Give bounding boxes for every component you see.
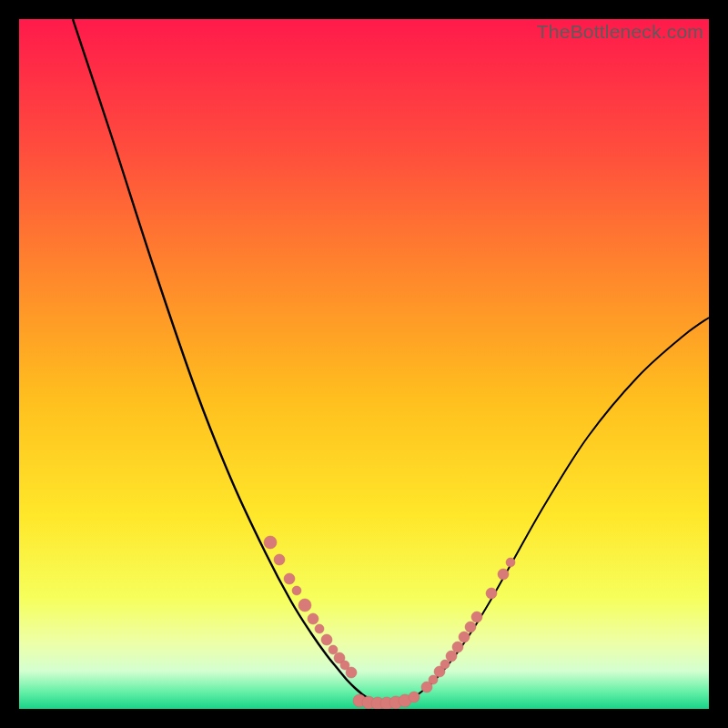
- right-marker: [465, 622, 476, 632]
- curves-layer: [19, 19, 709, 709]
- watermark-text: TheBottleneck.com: [537, 21, 703, 43]
- chart-frame: TheBottleneck.com: [19, 19, 709, 709]
- left-marker: [308, 613, 318, 624]
- right-marker: [506, 558, 515, 567]
- left-marker: [292, 586, 301, 595]
- left-marker: [284, 573, 295, 584]
- right-marker: [498, 569, 509, 580]
- left-marker: [346, 667, 357, 678]
- right-marker: [459, 632, 470, 642]
- left-marker: [298, 599, 311, 612]
- right-marker: [486, 588, 497, 599]
- right-marker: [440, 660, 450, 669]
- left-marker: [315, 624, 324, 633]
- left-marker: [321, 634, 332, 645]
- right-marker: [429, 675, 438, 684]
- left-curve: [73, 19, 383, 704]
- bottom-marker: [409, 692, 420, 703]
- markers-group: [264, 536, 515, 709]
- right-marker: [446, 651, 457, 662]
- left-marker: [329, 645, 338, 654]
- right-curve: [383, 318, 709, 704]
- left-marker: [274, 554, 285, 565]
- right-marker: [471, 612, 482, 622]
- right-marker: [452, 642, 463, 652]
- left-marker: [264, 536, 277, 549]
